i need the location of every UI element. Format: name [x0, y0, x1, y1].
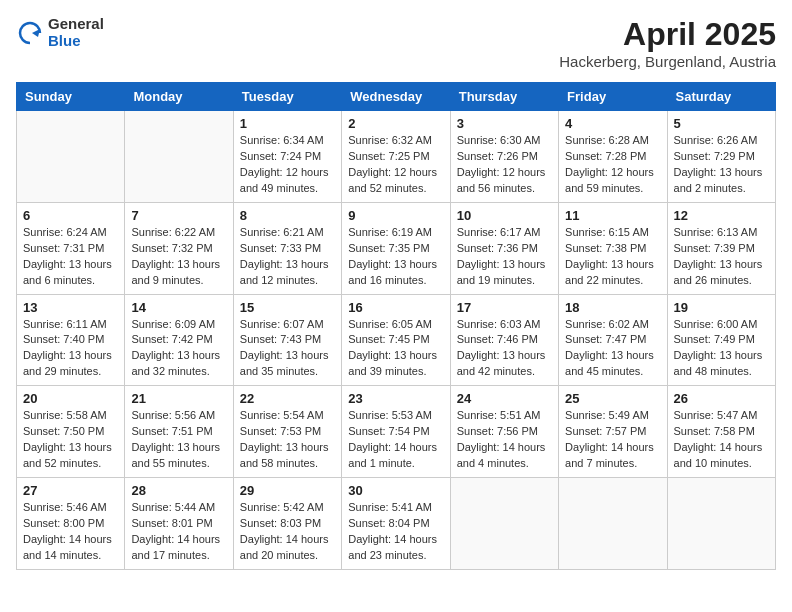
day-number: 22	[240, 391, 335, 406]
day-detail: Sunrise: 6:28 AM Sunset: 7:28 PM Dayligh…	[565, 133, 660, 197]
table-row: 6Sunrise: 6:24 AM Sunset: 7:31 PM Daylig…	[17, 202, 125, 294]
table-row: 21Sunrise: 5:56 AM Sunset: 7:51 PM Dayli…	[125, 386, 233, 478]
logo: General Blue	[16, 16, 104, 49]
day-detail: Sunrise: 5:58 AM Sunset: 7:50 PM Dayligh…	[23, 408, 118, 472]
day-number: 23	[348, 391, 443, 406]
day-detail: Sunrise: 5:49 AM Sunset: 7:57 PM Dayligh…	[565, 408, 660, 472]
day-number: 9	[348, 208, 443, 223]
calendar-week-row: 20Sunrise: 5:58 AM Sunset: 7:50 PM Dayli…	[17, 386, 776, 478]
day-number: 10	[457, 208, 552, 223]
day-number: 2	[348, 116, 443, 131]
calendar-header-row: Sunday Monday Tuesday Wednesday Thursday…	[17, 83, 776, 111]
table-row	[125, 111, 233, 203]
day-number: 27	[23, 483, 118, 498]
day-number: 11	[565, 208, 660, 223]
table-row: 26Sunrise: 5:47 AM Sunset: 7:58 PM Dayli…	[667, 386, 775, 478]
table-row: 4Sunrise: 6:28 AM Sunset: 7:28 PM Daylig…	[559, 111, 667, 203]
table-row: 24Sunrise: 5:51 AM Sunset: 7:56 PM Dayli…	[450, 386, 558, 478]
table-row: 22Sunrise: 5:54 AM Sunset: 7:53 PM Dayli…	[233, 386, 341, 478]
day-number: 1	[240, 116, 335, 131]
day-number: 16	[348, 300, 443, 315]
location: Hackerberg, Burgenland, Austria	[559, 53, 776, 70]
page-header: General Blue April 2025 Hackerberg, Burg…	[16, 16, 776, 70]
col-wednesday: Wednesday	[342, 83, 450, 111]
day-detail: Sunrise: 5:54 AM Sunset: 7:53 PM Dayligh…	[240, 408, 335, 472]
day-detail: Sunrise: 6:30 AM Sunset: 7:26 PM Dayligh…	[457, 133, 552, 197]
calendar-week-row: 13Sunrise: 6:11 AM Sunset: 7:40 PM Dayli…	[17, 294, 776, 386]
day-number: 3	[457, 116, 552, 131]
table-row: 3Sunrise: 6:30 AM Sunset: 7:26 PM Daylig…	[450, 111, 558, 203]
day-detail: Sunrise: 6:00 AM Sunset: 7:49 PM Dayligh…	[674, 317, 769, 381]
col-thursday: Thursday	[450, 83, 558, 111]
table-row: 7Sunrise: 6:22 AM Sunset: 7:32 PM Daylig…	[125, 202, 233, 294]
table-row: 8Sunrise: 6:21 AM Sunset: 7:33 PM Daylig…	[233, 202, 341, 294]
table-row: 10Sunrise: 6:17 AM Sunset: 7:36 PM Dayli…	[450, 202, 558, 294]
table-row: 18Sunrise: 6:02 AM Sunset: 7:47 PM Dayli…	[559, 294, 667, 386]
day-detail: Sunrise: 6:17 AM Sunset: 7:36 PM Dayligh…	[457, 225, 552, 289]
table-row	[559, 478, 667, 570]
col-saturday: Saturday	[667, 83, 775, 111]
table-row	[667, 478, 775, 570]
day-detail: Sunrise: 5:47 AM Sunset: 7:58 PM Dayligh…	[674, 408, 769, 472]
table-row	[17, 111, 125, 203]
day-detail: Sunrise: 6:05 AM Sunset: 7:45 PM Dayligh…	[348, 317, 443, 381]
day-detail: Sunrise: 6:11 AM Sunset: 7:40 PM Dayligh…	[23, 317, 118, 381]
day-number: 4	[565, 116, 660, 131]
table-row: 13Sunrise: 6:11 AM Sunset: 7:40 PM Dayli…	[17, 294, 125, 386]
day-number: 8	[240, 208, 335, 223]
day-number: 25	[565, 391, 660, 406]
day-detail: Sunrise: 5:44 AM Sunset: 8:01 PM Dayligh…	[131, 500, 226, 564]
day-number: 21	[131, 391, 226, 406]
table-row: 17Sunrise: 6:03 AM Sunset: 7:46 PM Dayli…	[450, 294, 558, 386]
table-row: 30Sunrise: 5:41 AM Sunset: 8:04 PM Dayli…	[342, 478, 450, 570]
table-row: 19Sunrise: 6:00 AM Sunset: 7:49 PM Dayli…	[667, 294, 775, 386]
day-detail: Sunrise: 5:56 AM Sunset: 7:51 PM Dayligh…	[131, 408, 226, 472]
day-detail: Sunrise: 6:09 AM Sunset: 7:42 PM Dayligh…	[131, 317, 226, 381]
day-detail: Sunrise: 6:19 AM Sunset: 7:35 PM Dayligh…	[348, 225, 443, 289]
table-row: 15Sunrise: 6:07 AM Sunset: 7:43 PM Dayli…	[233, 294, 341, 386]
calendar-week-row: 1Sunrise: 6:34 AM Sunset: 7:24 PM Daylig…	[17, 111, 776, 203]
table-row: 1Sunrise: 6:34 AM Sunset: 7:24 PM Daylig…	[233, 111, 341, 203]
table-row: 12Sunrise: 6:13 AM Sunset: 7:39 PM Dayli…	[667, 202, 775, 294]
day-number: 13	[23, 300, 118, 315]
table-row: 28Sunrise: 5:44 AM Sunset: 8:01 PM Dayli…	[125, 478, 233, 570]
logo-text: General Blue	[48, 16, 104, 49]
day-detail: Sunrise: 5:46 AM Sunset: 8:00 PM Dayligh…	[23, 500, 118, 564]
month-title: April 2025	[559, 16, 776, 53]
day-detail: Sunrise: 6:34 AM Sunset: 7:24 PM Dayligh…	[240, 133, 335, 197]
day-number: 20	[23, 391, 118, 406]
table-row: 2Sunrise: 6:32 AM Sunset: 7:25 PM Daylig…	[342, 111, 450, 203]
day-detail: Sunrise: 5:51 AM Sunset: 7:56 PM Dayligh…	[457, 408, 552, 472]
day-number: 28	[131, 483, 226, 498]
table-row: 25Sunrise: 5:49 AM Sunset: 7:57 PM Dayli…	[559, 386, 667, 478]
day-detail: Sunrise: 6:02 AM Sunset: 7:47 PM Dayligh…	[565, 317, 660, 381]
day-number: 24	[457, 391, 552, 406]
day-detail: Sunrise: 6:03 AM Sunset: 7:46 PM Dayligh…	[457, 317, 552, 381]
day-detail: Sunrise: 6:22 AM Sunset: 7:32 PM Dayligh…	[131, 225, 226, 289]
table-row: 29Sunrise: 5:42 AM Sunset: 8:03 PM Dayli…	[233, 478, 341, 570]
day-number: 17	[457, 300, 552, 315]
day-number: 14	[131, 300, 226, 315]
day-number: 12	[674, 208, 769, 223]
day-number: 5	[674, 116, 769, 131]
day-detail: Sunrise: 5:53 AM Sunset: 7:54 PM Dayligh…	[348, 408, 443, 472]
day-number: 19	[674, 300, 769, 315]
day-number: 15	[240, 300, 335, 315]
day-detail: Sunrise: 6:21 AM Sunset: 7:33 PM Dayligh…	[240, 225, 335, 289]
day-detail: Sunrise: 6:07 AM Sunset: 7:43 PM Dayligh…	[240, 317, 335, 381]
table-row: 9Sunrise: 6:19 AM Sunset: 7:35 PM Daylig…	[342, 202, 450, 294]
day-number: 26	[674, 391, 769, 406]
logo-general: General	[48, 15, 104, 32]
calendar-week-row: 6Sunrise: 6:24 AM Sunset: 7:31 PM Daylig…	[17, 202, 776, 294]
table-row: 11Sunrise: 6:15 AM Sunset: 7:38 PM Dayli…	[559, 202, 667, 294]
col-monday: Monday	[125, 83, 233, 111]
day-detail: Sunrise: 6:15 AM Sunset: 7:38 PM Dayligh…	[565, 225, 660, 289]
day-detail: Sunrise: 5:42 AM Sunset: 8:03 PM Dayligh…	[240, 500, 335, 564]
table-row	[450, 478, 558, 570]
table-row: 16Sunrise: 6:05 AM Sunset: 7:45 PM Dayli…	[342, 294, 450, 386]
logo-blue: Blue	[48, 32, 81, 49]
table-row: 27Sunrise: 5:46 AM Sunset: 8:00 PM Dayli…	[17, 478, 125, 570]
col-sunday: Sunday	[17, 83, 125, 111]
day-detail: Sunrise: 6:13 AM Sunset: 7:39 PM Dayligh…	[674, 225, 769, 289]
day-detail: Sunrise: 6:32 AM Sunset: 7:25 PM Dayligh…	[348, 133, 443, 197]
